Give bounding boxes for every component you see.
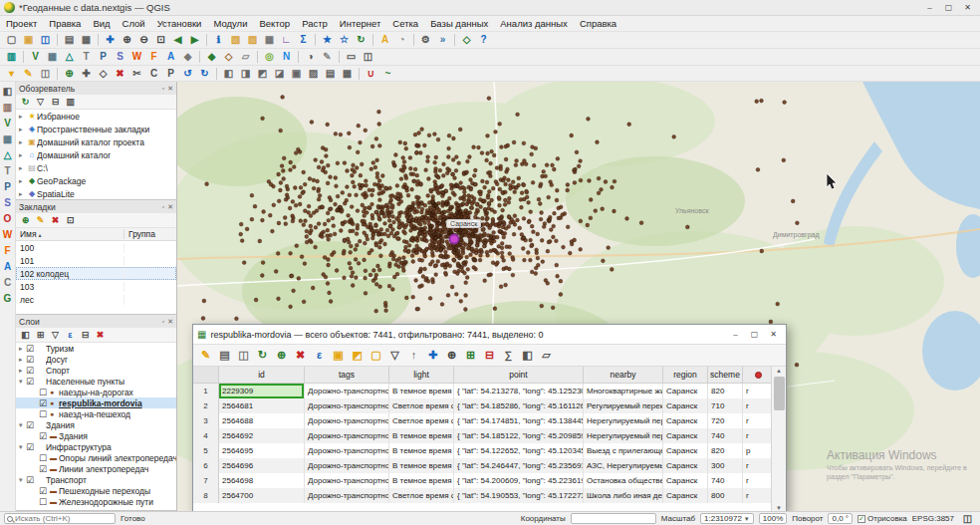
data-source-manager-icon[interactable]: ▥ xyxy=(3,50,20,65)
row-number[interactable]: 6 xyxy=(193,458,219,473)
attr-select-expression-icon[interactable]: ε xyxy=(310,347,329,365)
layer-respublika-mordovia[interactable]: ☑ ● respublika-mordovia xyxy=(16,397,176,408)
attr-invert-selection-icon[interactable]: ◩ xyxy=(348,347,367,365)
cell-scheme[interactable]: 740 xyxy=(708,473,743,488)
expand-arrow-icon[interactable]: ▸ xyxy=(19,177,27,185)
maximize-button[interactable]: ▢ xyxy=(746,328,763,341)
cell-point[interactable]: { "lat": 54.122652, "long": 45.120345 } xyxy=(454,443,584,458)
cell-scheme[interactable]: 710 xyxy=(708,398,743,413)
layer-checkbox[interactable]: ☐ xyxy=(39,453,50,463)
maximize-button[interactable]: ▢ xyxy=(940,1,957,14)
layers-remove-icon[interactable]: ✖ xyxy=(93,329,108,342)
bookmark-row[interactable]: 102 колодец xyxy=(16,267,176,280)
cell-tags[interactable]: Дорожно-транспортное происшествие xyxy=(305,443,389,458)
browser-item-project-home[interactable]: ▸ ▣ Домашний каталог проекта xyxy=(16,135,176,148)
cell-id[interactable]: 2564692 xyxy=(219,428,305,443)
menu-project[interactable]: Проект xyxy=(0,16,43,31)
table-row[interactable]: 6 2564696 Дорожно-транспортное происшест… xyxy=(193,458,771,473)
cell-region[interactable]: Саранск xyxy=(663,473,708,488)
layer-checkbox[interactable]: ☐ xyxy=(39,388,50,397)
select-features-icon[interactable]: ▧ xyxy=(227,33,244,48)
attr-select-all-icon[interactable]: ▣ xyxy=(329,347,348,365)
expand-arrow-icon[interactable]: ▸ xyxy=(19,113,27,121)
close-button[interactable]: ✕ xyxy=(765,328,782,341)
add-raster-layer-icon[interactable]: ▦ xyxy=(44,50,61,65)
paste-features-icon[interactable]: P xyxy=(162,66,179,81)
expand-arrow-icon[interactable]: ▸ xyxy=(19,367,26,375)
panel-float-button[interactable]: ▫ xyxy=(162,85,164,93)
table-row[interactable]: 1 2229309 Дорожно-транспортное происшест… xyxy=(193,384,771,398)
expand-arrow-icon[interactable]: ▾ xyxy=(19,476,26,484)
add-ring-icon[interactable]: ◩ xyxy=(254,66,271,81)
add-arcgis-icon[interactable]: A xyxy=(162,50,179,65)
vertical-scrollbar[interactable]: ▲ ▼ xyxy=(771,367,786,511)
panel-close-button[interactable]: ✕ xyxy=(167,203,173,211)
cell-point[interactable]: { "lat": 54.246447, "long": 45.235691 } xyxy=(454,458,584,473)
table-row[interactable]: 8 2564700 Дорожно-транспортное происшест… xyxy=(193,488,771,503)
cell-light[interactable]: В темное время суток xyxy=(389,428,454,443)
add-wfs-icon[interactable]: F xyxy=(145,50,162,65)
cell-id[interactable]: 2564681 xyxy=(219,398,305,413)
render-checkbox[interactable]: ✓ xyxy=(858,515,865,523)
layer-group-transport[interactable]: ▾ ☑ Транспорт xyxy=(16,474,176,485)
simplify-feature-icon[interactable]: ◨ xyxy=(237,66,254,81)
new-geopackage-icon[interactable]: ◆ xyxy=(203,50,220,65)
add-point-feature-icon[interactable]: ⊕ xyxy=(61,66,78,81)
layer-group-leisure[interactable]: ▸ ☑ Досуг xyxy=(16,354,176,365)
attr-add-feature-icon[interactable]: ⊕ xyxy=(272,347,291,365)
layer-checkbox[interactable]: ☑ xyxy=(39,398,50,408)
cell-scheme[interactable]: 820 xyxy=(708,384,743,398)
cell-tags[interactable]: Дорожно-транспортное происшествие xyxy=(305,413,389,428)
layer-group-sport[interactable]: ▸ ☑ Спорт xyxy=(16,365,176,376)
column-header[interactable]: id xyxy=(219,367,305,383)
layer-naezdy-na-dorogah[interactable]: ☐ ● наезды-на-дорогах xyxy=(16,387,176,397)
cell-extra[interactable]: г xyxy=(743,473,771,488)
cell-light[interactable]: В темное время суток xyxy=(389,443,454,458)
column-header[interactable]: light xyxy=(389,367,454,383)
layers-style-icon[interactable]: ◧ xyxy=(18,329,33,342)
oracle-layer-icon[interactable]: O xyxy=(0,211,15,226)
minimize-button[interactable]: – xyxy=(921,1,938,14)
menu-layer[interactable]: Слой xyxy=(117,16,151,31)
layer-checkbox[interactable]: ☑ xyxy=(26,420,37,430)
cell-region[interactable]: Саранск xyxy=(663,384,708,398)
cell-extra[interactable]: р xyxy=(743,443,771,458)
table-row[interactable]: 2 2564681 Дорожно-транспортное происшест… xyxy=(193,398,771,413)
measure-icon[interactable]: ∟ xyxy=(278,33,295,48)
tracing-icon[interactable]: ~ xyxy=(379,66,396,81)
cell-point[interactable]: { "lat": 54.185122, "long": 45.209859 } xyxy=(454,428,584,443)
browser-dock-icon[interactable]: ▥ xyxy=(0,100,15,115)
attribute-window-titlebar[interactable]: ▦ respublika-mordovia — всего объектов: … xyxy=(193,325,786,345)
spatialite-layer-icon[interactable]: S xyxy=(0,195,15,210)
deselect-features-icon[interactable]: ▨ xyxy=(244,33,261,48)
table-row[interactable]: 4 2564692 Дорожно-транспортное происшест… xyxy=(193,428,771,443)
render-toggle[interactable]: ✓ Отрисовка xyxy=(858,514,907,523)
cell-tags[interactable]: Дорожно-транспортное происшествие xyxy=(305,458,389,473)
manage-plugins-icon[interactable]: ◇ xyxy=(458,33,475,48)
cell-region[interactable]: Саранск xyxy=(663,398,708,413)
layer-checkbox[interactable]: ☑ xyxy=(26,475,37,485)
cell-nearby[interactable]: Нерегулируемый перекресток xyxy=(584,428,663,443)
layer-checkbox[interactable]: ☑ xyxy=(39,464,50,474)
modify-attributes-icon[interactable]: ▦ xyxy=(339,66,356,81)
cell-tags[interactable]: Дорожно-транспортное происшествие xyxy=(305,428,389,443)
search-input[interactable] xyxy=(15,514,113,523)
open-project-icon[interactable]: ▣ xyxy=(20,33,37,48)
cell-scheme[interactable]: 800 xyxy=(708,488,743,503)
layer-checkbox[interactable]: ☑ xyxy=(39,486,50,496)
cell-extra[interactable]: г xyxy=(743,384,771,398)
cell-point[interactable]: { "lat": 54.200609, "long": 45.223619 } xyxy=(454,473,584,488)
cell-point[interactable]: { "lat": 54.185286, "long": 45.161126 } xyxy=(454,398,584,413)
browser-item-spatialite[interactable]: ▸ ◆ SpatiaLite xyxy=(16,187,176,199)
cell-nearby[interactable]: Регулируемый перекресток xyxy=(584,398,663,413)
cell-id[interactable]: 2564688 xyxy=(219,413,305,428)
layer-diagram-icon[interactable]: ◔ xyxy=(393,33,410,48)
zoom-out-icon[interactable]: ⊖ xyxy=(135,33,152,48)
wms-layer-icon[interactable]: W xyxy=(0,227,15,242)
csv-layer-icon[interactable]: C xyxy=(0,275,15,290)
add-text-layer-icon[interactable]: T xyxy=(0,163,15,178)
scale-combo[interactable]: 1:2310972▼ xyxy=(700,513,754,524)
header-corner[interactable] xyxy=(193,367,219,383)
cell-scheme[interactable]: 300 xyxy=(708,458,743,473)
identify-features-icon[interactable]: ℹ xyxy=(210,33,227,48)
